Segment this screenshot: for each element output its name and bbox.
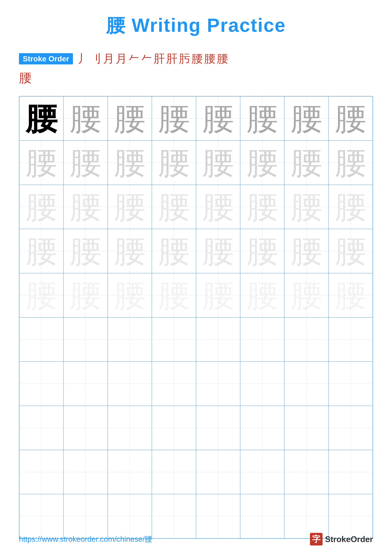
grid-cell[interactable] [108, 494, 152, 538]
title-char: 腰 [106, 15, 126, 36]
grid-cell[interactable]: 腰 [328, 273, 373, 317]
grid-cell[interactable] [19, 406, 64, 450]
grid-cell[interactable]: 腰 [64, 185, 107, 229]
grid-cell[interactable] [152, 450, 196, 494]
practice-char: 腰 [114, 103, 145, 134]
stroke-final-char: 腰 [19, 71, 32, 85]
grid-cell[interactable]: 腰 [328, 96, 373, 140]
grid-cell[interactable]: 腰 [240, 317, 284, 362]
grid-cell[interactable]: 腰 [284, 96, 328, 140]
grid-cell[interactable]: 腰 [64, 140, 107, 185]
grid-cell[interactable] [284, 494, 328, 538]
grid-cell[interactable] [284, 450, 328, 494]
grid-cell[interactable] [64, 450, 107, 494]
grid-cell[interactable] [152, 362, 196, 406]
grid-cell[interactable]: 腰 [328, 229, 373, 273]
grid-cell[interactable]: 腰 [152, 229, 196, 273]
grid-cell[interactable]: 腰 [240, 96, 284, 140]
grid-cell[interactable] [64, 362, 107, 406]
grid-cell[interactable]: 腰 [19, 140, 64, 185]
practice-char: 腰 [247, 103, 278, 134]
grid-cell[interactable]: 腰 [240, 140, 284, 185]
grid-row: 腰 腰 腰 腰 腰 腰 腰 腰 [19, 140, 373, 185]
grid-cell[interactable] [108, 450, 152, 494]
grid-cell[interactable] [196, 450, 240, 494]
grid-cell[interactable] [240, 494, 284, 538]
grid-cell[interactable]: 腰 [108, 140, 152, 185]
grid-cell[interactable] [108, 362, 152, 406]
grid-cell[interactable]: 腰 [19, 229, 64, 273]
grid-cell[interactable]: 腰 [19, 185, 64, 229]
grid-cell[interactable]: 腰 [152, 317, 196, 362]
grid-cell[interactable] [152, 494, 196, 538]
grid-cell[interactable]: 腰 [284, 273, 328, 317]
grid-cell[interactable]: 腰 [152, 185, 196, 229]
grid-cell[interactable]: 腰 [152, 140, 196, 185]
grid-cell[interactable] [328, 362, 373, 406]
grid-cell[interactable]: 腰 [64, 317, 107, 362]
practice-char: 腰 [247, 235, 278, 267]
grid-cell[interactable]: 腰 [196, 229, 240, 273]
practice-char: 腰 [247, 147, 278, 178]
grid-cell[interactable]: 腰 [19, 273, 64, 317]
grid-cell[interactable]: 腰 [284, 229, 328, 273]
grid-cell[interactable]: 腰 [64, 96, 107, 140]
grid-cell[interactable] [328, 450, 373, 494]
grid-cell[interactable] [284, 406, 328, 450]
grid-cell[interactable] [108, 406, 152, 450]
grid-cell[interactable]: 腰 [108, 273, 152, 317]
grid-cell[interactable]: 腰 [284, 140, 328, 185]
practice-char: 腰 [158, 235, 190, 267]
practice-char: 腰 [158, 103, 190, 134]
grid-cell[interactable]: 腰 [196, 96, 240, 140]
grid-cell[interactable]: 腰 [240, 273, 284, 317]
grid-cell[interactable]: 腰 [240, 185, 284, 229]
grid-cell[interactable] [328, 494, 373, 538]
grid-cell[interactable] [64, 406, 107, 450]
grid-row: 腰 腰 腰 腰 腰 腰 腰 腰 [19, 185, 373, 229]
grid-cell[interactable] [328, 406, 373, 450]
grid-cell[interactable]: 腰 [284, 317, 328, 362]
grid-cell[interactable]: 腰 [196, 273, 240, 317]
grid-cell[interactable] [240, 406, 284, 450]
grid-cell[interactable]: 腰 [108, 185, 152, 229]
grid-cell[interactable]: 腰 [240, 229, 284, 273]
grid-cell[interactable]: 腰 [64, 229, 107, 273]
grid-cell[interactable] [240, 362, 284, 406]
grid-cell[interactable]: 腰 [64, 273, 107, 317]
practice-char: 腰 [247, 279, 278, 311]
grid-cell[interactable] [240, 450, 284, 494]
grid-cell[interactable] [19, 494, 64, 538]
grid-cell[interactable] [196, 406, 240, 450]
practice-char: 腰 [202, 279, 234, 311]
grid-cell[interactable]: 腰 [108, 317, 152, 362]
practice-char: 腰 [114, 279, 145, 311]
grid-row: 腰 腰 腰 腰 腰 腰 腰 腰 [19, 96, 373, 140]
grid-row [19, 406, 373, 450]
practice-char: 腰 [291, 191, 322, 223]
grid-cell[interactable]: 腰 [196, 185, 240, 229]
stroke-order-badge: Stroke Order [19, 53, 73, 64]
grid-cell[interactable] [284, 362, 328, 406]
grid-cell[interactable] [152, 406, 196, 450]
grid-cell[interactable] [19, 362, 64, 406]
grid-cell[interactable] [196, 362, 240, 406]
grid-cell[interactable]: 腰 [19, 96, 64, 140]
grid-cell[interactable]: 腰 [152, 96, 196, 140]
grid-cell[interactable]: 腰 [152, 273, 196, 317]
grid-cell[interactable]: 腰 [328, 317, 373, 362]
grid-cell[interactable] [64, 494, 107, 538]
grid-cell[interactable]: 腰 [19, 317, 64, 362]
grid-cell[interactable]: 腰 [284, 185, 328, 229]
grid-row [19, 362, 373, 406]
grid-cell[interactable]: 腰 [196, 140, 240, 185]
grid-cell[interactable] [19, 450, 64, 494]
grid-cell[interactable] [196, 494, 240, 538]
grid-cell[interactable]: 腰 [108, 96, 152, 140]
grid-cell[interactable]: 腰 [328, 185, 373, 229]
practice-char: 腰 [291, 147, 322, 178]
practice-char: 腰 [70, 279, 101, 311]
grid-cell[interactable]: 腰 [108, 229, 152, 273]
grid-cell[interactable]: 腰 [196, 317, 240, 362]
grid-cell[interactable]: 腰 [328, 140, 373, 185]
